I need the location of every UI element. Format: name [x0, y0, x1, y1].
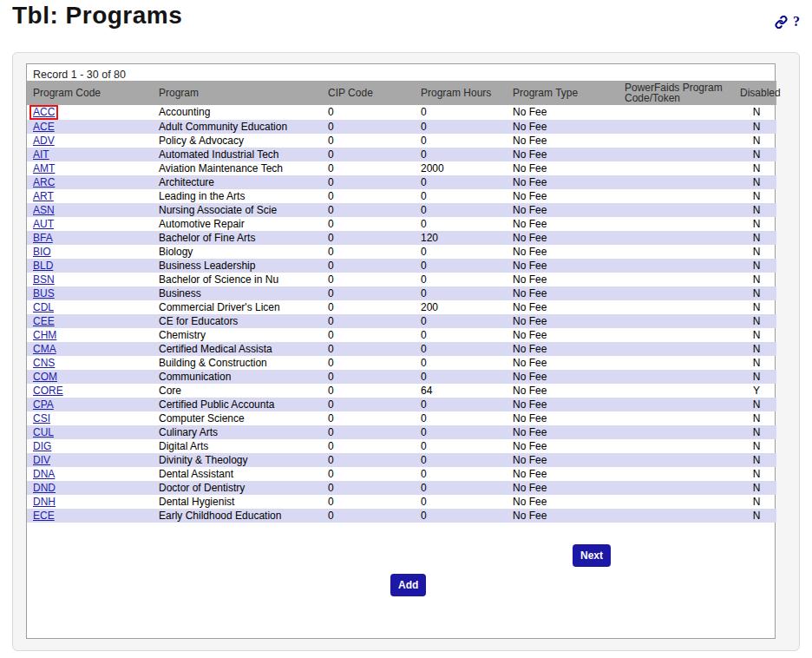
cell-cip: 0 — [322, 467, 415, 481]
link-icon[interactable] — [775, 16, 788, 29]
program-code-link[interactable]: CHM — [33, 329, 56, 341]
focus-highlight: ACC — [29, 105, 58, 120]
cell-hours: 0 — [415, 439, 507, 453]
cell-code: CPA — [27, 398, 153, 411]
program-code-link[interactable]: ADV — [33, 135, 55, 147]
cell-code: DIG — [27, 439, 153, 453]
program-code-link[interactable]: CSI — [33, 412, 50, 424]
cell-powerfaids — [619, 245, 734, 259]
cell-code: ASN — [27, 203, 153, 217]
program-code-link[interactable]: COM — [33, 371, 57, 383]
program-code-link[interactable]: CNS — [33, 357, 55, 369]
program-code-link[interactable]: ACC — [33, 106, 55, 118]
cell-hours: 0 — [415, 286, 507, 300]
cell-type: No Fee — [507, 467, 619, 481]
cell-code: BSN — [27, 273, 153, 286]
cell-disabled: N — [734, 300, 776, 314]
cell-type: No Fee — [507, 481, 619, 495]
cell-hours: 0 — [415, 398, 507, 411]
cell-program: Leading in the Arts — [153, 189, 322, 203]
program-code-link[interactable]: ACE — [33, 121, 55, 133]
cell-hours: 0 — [415, 148, 507, 161]
program-code-link[interactable]: CMA — [33, 343, 56, 355]
cell-cip: 0 — [322, 453, 415, 467]
cell-disabled: N — [734, 161, 776, 175]
program-code-link[interactable]: ECE — [33, 510, 55, 522]
cell-powerfaids — [619, 370, 734, 384]
cell-hours: 0 — [415, 453, 507, 467]
table-row: ECEEarly Childhood Education00No FeeN — [27, 509, 776, 523]
cell-program: Dental Assistant — [153, 467, 322, 481]
program-code-link[interactable]: ARC — [33, 176, 55, 188]
cell-cip: 0 — [322, 314, 415, 328]
cell-code: CEE — [27, 314, 153, 328]
cell-code: DND — [27, 481, 153, 495]
program-code-link[interactable]: AUT — [33, 218, 54, 230]
cell-code: CNS — [27, 356, 153, 370]
program-code-link[interactable]: BIO — [33, 246, 51, 258]
program-code-link[interactable]: ART — [33, 190, 54, 202]
program-code-link[interactable]: CPA — [33, 398, 54, 411]
cell-disabled: N — [734, 217, 776, 231]
cell-powerfaids — [619, 467, 734, 481]
program-code-link[interactable]: DIV — [33, 454, 50, 466]
cell-disabled: N — [734, 273, 776, 286]
program-code-link[interactable]: CUL — [33, 426, 54, 438]
cell-powerfaids — [619, 273, 734, 286]
program-code-link[interactable]: DNH — [33, 496, 56, 508]
table-row: BLDBusiness Leadership00No FeeN — [27, 259, 776, 273]
cell-program: Computer Science — [153, 411, 322, 425]
cell-code: AUT — [27, 217, 153, 231]
cell-cip: 0 — [322, 300, 415, 314]
cell-cip: 0 — [322, 189, 415, 203]
cell-code: CDL — [27, 300, 153, 314]
cell-code: CHM — [27, 328, 153, 342]
help-icon[interactable]: ? — [793, 14, 800, 30]
program-code-link[interactable]: AMT — [33, 162, 55, 174]
cell-program: Certified Public Accounta — [153, 398, 322, 411]
cell-hours: 0 — [415, 495, 507, 509]
cell-program: Building & Construction — [153, 356, 322, 370]
cell-type: No Fee — [507, 120, 619, 134]
program-code-link[interactable]: BFA — [33, 232, 53, 244]
cell-hours: 0 — [415, 259, 507, 273]
cell-program: Dental Hygienist — [153, 495, 322, 509]
program-code-link[interactable]: CDL — [33, 301, 54, 313]
cell-program: Communication — [153, 370, 322, 384]
cell-type: No Fee — [507, 411, 619, 425]
cell-type: No Fee — [507, 231, 619, 245]
cell-hours: 64 — [415, 384, 507, 398]
program-code-link[interactable]: CEE — [33, 315, 55, 327]
cell-code: ART — [27, 189, 153, 203]
cell-hours: 0 — [415, 105, 507, 120]
cell-hours: 0 — [415, 356, 507, 370]
add-button[interactable]: Add — [390, 574, 426, 596]
program-code-link[interactable]: BSN — [33, 273, 55, 286]
cell-hours: 0 — [415, 217, 507, 231]
program-code-link[interactable]: DIG — [33, 440, 51, 452]
cell-program: Automated Industrial Tech — [153, 148, 322, 161]
program-code-link[interactable]: AIT — [33, 148, 49, 161]
cell-code: DIV — [27, 453, 153, 467]
cell-disabled: N — [734, 245, 776, 259]
table-row: CULCulinary Arts00No FeeN — [27, 425, 776, 439]
cell-disabled: N — [734, 509, 776, 523]
program-code-link[interactable]: BUS — [33, 287, 55, 299]
cell-type: No Fee — [507, 495, 619, 509]
cell-type: No Fee — [507, 356, 619, 370]
next-button[interactable]: Next — [573, 544, 611, 567]
cell-disabled: N — [734, 286, 776, 300]
program-code-link[interactable]: DNA — [33, 468, 55, 480]
cell-powerfaids — [619, 286, 734, 300]
cell-program: Bachelor of Fine Arts — [153, 231, 322, 245]
cell-program: Biology — [153, 245, 322, 259]
cell-disabled: N — [734, 189, 776, 203]
cell-type: No Fee — [507, 217, 619, 231]
cell-type: No Fee — [507, 203, 619, 217]
program-code-link[interactable]: CORE — [33, 385, 63, 397]
program-code-link[interactable]: DND — [33, 482, 56, 494]
program-code-link[interactable]: ASN — [33, 204, 55, 216]
program-code-link[interactable]: BLD — [33, 260, 53, 272]
table-row: AUTAutomotive Repair00No FeeN — [27, 217, 776, 231]
cell-cip: 0 — [322, 273, 415, 286]
